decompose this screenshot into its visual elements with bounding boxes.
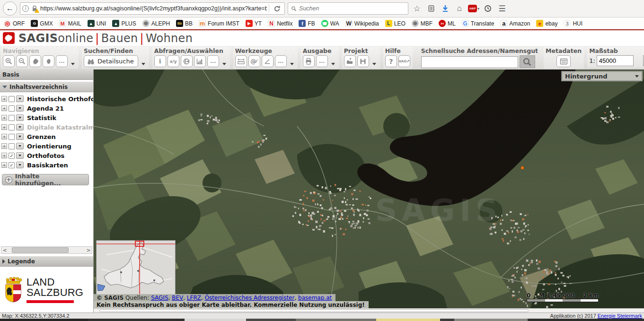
ausgabe-more-button[interactable]: ... xyxy=(316,55,328,67)
toc-header[interactable]: Inhaltsverzeichnis xyxy=(0,82,93,92)
insecure-lock-icon[interactable] xyxy=(31,5,38,12)
sidebar-horizontal-scrollbar[interactable]: < > xyxy=(1,246,92,254)
annotate-at-button[interactable]: @ xyxy=(248,55,260,67)
layer-checkbox[interactable] xyxy=(9,143,15,149)
bookmark-yt[interactable]: ▶YT xyxy=(246,20,262,27)
bookmark-plus[interactable]: ▲PLUS xyxy=(112,20,136,27)
abfragen-more-button[interactable]: ... xyxy=(207,55,219,67)
attribution-link-bev[interactable]: BEV xyxy=(172,295,183,301)
bookmark-mail[interactable]: MMAIL xyxy=(59,20,81,27)
print-button[interactable] xyxy=(303,55,315,67)
layer-dropdown-button[interactable] xyxy=(16,105,24,112)
adblock-icon[interactable]: ABP▾ xyxy=(468,3,479,14)
layer-row-basiskarten[interactable]: +✓Basiskarten xyxy=(0,160,93,170)
bookmark-uni[interactable]: ▲UNI xyxy=(88,20,106,27)
measure-button[interactable] xyxy=(235,55,247,67)
werkzeuge-more-button[interactable]: ... xyxy=(275,55,287,67)
bookmark-netflix[interactable]: NNetflix xyxy=(268,20,292,27)
zoom-in-button[interactable] xyxy=(3,55,15,67)
attribution-link-lfrz[interactable]: LFRZ xyxy=(187,295,201,301)
back-icon[interactable]: ← xyxy=(3,1,17,16)
attribution-link--sterreichisches-adressregister[interactable]: Österreichisches Adressregister xyxy=(205,295,295,301)
web-search-input[interactable] xyxy=(299,5,405,12)
layer-row-orthofotos[interactable]: +✓Orthofotos xyxy=(0,151,93,160)
scroll-right-arrow[interactable]: > xyxy=(85,247,92,253)
layer-checkbox[interactable] xyxy=(9,124,15,130)
layer-row-statistik[interactable]: +Statistik xyxy=(0,113,93,122)
layer-checkbox[interactable] xyxy=(9,134,15,140)
schnellsuche-input[interactable] xyxy=(421,56,518,68)
expand-plus-icon[interactable]: + xyxy=(1,162,7,168)
expand-plus-icon[interactable]: + xyxy=(1,153,7,158)
navigieren-dropdown-arrow[interactable] xyxy=(70,61,76,67)
layer-checkbox[interactable] xyxy=(9,115,15,121)
layer-dropdown-button[interactable] xyxy=(16,162,24,168)
attribution-link-basemap-at[interactable]: basemap.at xyxy=(298,295,332,301)
scroll-left-arrow[interactable]: < xyxy=(1,247,8,253)
vao-link-button[interactable]: VAO↗ xyxy=(398,55,410,67)
page-info-icon[interactable]: i xyxy=(22,5,29,12)
sagis-logo-icon[interactable] xyxy=(3,32,15,44)
bookmark-gmx[interactable]: GGMX xyxy=(31,20,53,27)
chart-button[interactable] xyxy=(194,55,206,67)
legend-header[interactable]: Legende xyxy=(0,256,93,267)
navigieren-more-button[interactable]: ... xyxy=(56,55,68,67)
bookmark-hui[interactable]: 3HUI xyxy=(564,20,582,27)
open-project-button[interactable] xyxy=(344,55,356,67)
save-project-button[interactable] xyxy=(357,55,369,67)
pan-hand-button[interactable] xyxy=(43,55,54,67)
expand-plus-icon[interactable]: + xyxy=(1,105,7,111)
bookmark-wikipedia[interactable]: WWikipedia xyxy=(345,20,379,27)
page-horizontal-scrollbar[interactable] xyxy=(94,308,644,312)
bookmark-orf[interactable]: ◎ORF xyxy=(4,20,25,27)
reload-icon[interactable] xyxy=(271,3,282,14)
detailsuche-button[interactable]: Detailsuche xyxy=(84,55,138,67)
layer-dropdown-button[interactable] xyxy=(16,133,24,140)
bookmark-aleph[interactable]: ⊕ALEPH xyxy=(142,20,170,27)
layer-row-agenda-21[interactable]: +Agenda 21 xyxy=(0,104,93,113)
scrollbar-thumb[interactable] xyxy=(12,247,69,253)
home-icon[interactable]: ⌂ xyxy=(454,3,465,14)
overview-map[interactable] xyxy=(96,240,176,295)
layer-checkbox[interactable]: ✓ xyxy=(9,162,15,168)
abfragen-dropdown-arrow[interactable] xyxy=(221,61,228,67)
url-input[interactable] xyxy=(40,5,267,12)
bookmark-bb[interactable]: BbBB xyxy=(176,20,193,27)
layer-checkbox[interactable] xyxy=(9,105,15,112)
attribution-link-sagis[interactable]: SAGIS xyxy=(151,295,168,301)
bookmark-ebay[interactable]: eebay xyxy=(536,20,557,27)
bookmark-amazon[interactable]: aAmazon xyxy=(500,20,530,27)
scale-input[interactable] xyxy=(597,55,634,66)
menu-icon[interactable]: ☰ xyxy=(496,3,508,14)
slope-button[interactable] xyxy=(262,55,273,67)
energie-steiermark-link[interactable]: Energie Steiermark xyxy=(598,313,642,319)
layer-dropdown-button[interactable] xyxy=(16,124,24,130)
bookmark-leo[interactable]: LLEO xyxy=(385,20,406,27)
bookmarks-list-icon[interactable] xyxy=(425,3,437,14)
search-bar[interactable] xyxy=(288,2,408,15)
suchen-dropdown-arrow[interactable] xyxy=(140,61,147,67)
scrollbar-thumb[interactable] xyxy=(99,309,529,312)
layer-row-orientierung[interactable]: +Orientierung xyxy=(0,141,93,151)
zoom-out-button[interactable] xyxy=(16,55,28,67)
background-layer-dropdown[interactable]: Hintergrund xyxy=(562,71,642,81)
werkzeuge-dropdown-arrow[interactable] xyxy=(289,61,295,67)
bookmark-wa[interactable]: ☎WA xyxy=(321,20,339,27)
layer-checkbox[interactable]: ✓ xyxy=(9,153,15,159)
expand-plus-icon[interactable]: + xyxy=(1,115,7,121)
layer-dropdown-button[interactable] xyxy=(16,143,24,149)
layer-row-digitale-katastralmappe[interactable]: +Digitale Katastralmappe xyxy=(0,122,93,132)
bookmark-mbf[interactable]: ⊕MBF xyxy=(412,20,432,27)
address-bar[interactable]: i xyxy=(20,2,285,15)
coordinates-xy-button[interactable]: x/y xyxy=(168,55,179,67)
layer-dropdown-button[interactable] xyxy=(16,95,24,102)
expand-plus-icon[interactable]: + xyxy=(1,96,7,102)
spatial-select-button[interactable] xyxy=(181,55,193,67)
clock-icon[interactable] xyxy=(482,3,494,14)
layer-row-historische-orthofotos[interactable]: +Historische Orthofotos xyxy=(0,94,93,104)
schnellsuche-search-button[interactable] xyxy=(520,55,535,68)
panel-tab-basis[interactable]: Basis xyxy=(0,69,93,80)
ausgabe-dropdown-arrow[interactable] xyxy=(330,61,336,67)
identify-info-button[interactable]: i xyxy=(154,55,166,67)
add-content-button[interactable]: + Inhalte hinzufügen... xyxy=(2,174,89,185)
